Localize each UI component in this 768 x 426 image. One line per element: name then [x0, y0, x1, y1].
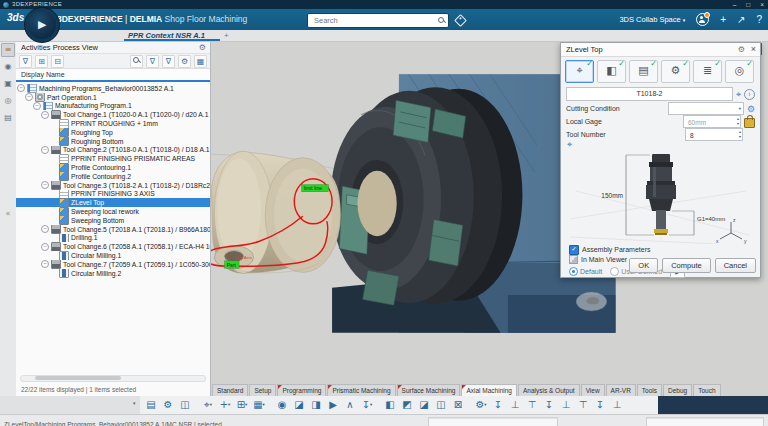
circular-milling-icon[interactable]: ⊥ — [610, 398, 624, 412]
spot-drilling-icon[interactable]: ⊥ — [508, 398, 522, 412]
tapping-icon[interactable]: ↧ — [542, 398, 556, 412]
grid-table-icon[interactable]: ▦▾ — [252, 398, 266, 412]
panel-gear-icon[interactable]: ⚙ — [199, 43, 206, 52]
share-button[interactable]: ↗ — [737, 14, 745, 25]
condition-gear-icon[interactable]: ⚙ — [747, 104, 755, 114]
tree-item[interactable]: Roughing Top — [16, 128, 210, 137]
ribbon-tab[interactable]: Standard — [212, 384, 248, 396]
minimize-button[interactable]: – — [733, 0, 737, 9]
pencil-operation-icon[interactable]: ⊠ — [451, 398, 465, 412]
status-field-1[interactable] — [428, 417, 558, 426]
tree-item[interactable]: − Tool Change.1 (T1020-0 A.1 (T1020-0) /… — [16, 110, 210, 119]
tree-item[interactable]: PPRINT FINISHING PRISMATIC AREAS — [16, 154, 210, 163]
resource-gear-icon[interactable]: ⚙ — [161, 398, 175, 412]
filter-icon[interactable]: ∇ — [19, 55, 32, 68]
rail-model-tab-icon[interactable]: ▣ — [1, 77, 15, 91]
panel-settings-icon[interactable]: ⚙ — [178, 55, 191, 68]
tree-item[interactable]: Circular Milling.1 — [16, 251, 210, 260]
spiral-milling-icon[interactable]: ◪ — [417, 398, 431, 412]
sweeping-icon[interactable]: ◨ — [309, 398, 323, 412]
columns-icon[interactable]: ▦ — [194, 55, 207, 68]
expander-icon[interactable]: − — [25, 93, 33, 101]
3dexperience-compass[interactable]: ▶ — [24, 7, 60, 43]
tree-item[interactable]: − Tool Change.3 (T1018-2 A.1 (T1018-2) /… — [16, 181, 210, 190]
tree-item[interactable]: PPRINT FINISHING 3 AXIS — [16, 190, 210, 199]
tree-item[interactable]: Profile Contouring.2 — [16, 172, 210, 181]
local-gage-stepper[interactable]: ▴▾ — [683, 115, 741, 128]
in-main-viewer-icon[interactable] — [569, 255, 578, 264]
profile-probe-icon[interactable]: ∧ — [343, 398, 357, 412]
tree-item[interactable]: − Tool Change.5 (T2018 A.1 (T2018.1) / B… — [16, 225, 210, 234]
expander-icon[interactable]: − — [41, 111, 49, 119]
maximize-button[interactable]: □ — [746, 0, 750, 9]
tree-item[interactable]: Sweeping Bottom — [16, 216, 210, 225]
cancel-button[interactable]: Cancel — [715, 258, 756, 273]
3ds-logo[interactable]: 3ds — [7, 12, 24, 23]
expander-icon[interactable]: − — [41, 260, 49, 268]
default-radio[interactable]: Default — [569, 267, 602, 276]
rotary-machining-icon[interactable]: ◉ — [275, 398, 289, 412]
ribbon-tab[interactable]: Tools — [637, 384, 662, 396]
ribbon-tab[interactable]: Axial Machining — [461, 384, 517, 396]
roughing-icon[interactable]: ◪ — [292, 398, 306, 412]
isoparametric-icon[interactable]: ◫ — [434, 398, 448, 412]
tag-icon[interactable] — [454, 14, 467, 27]
tool-direction-icon[interactable]: ⌖ — [736, 89, 741, 100]
tree-item[interactable]: − Manufacturing Program.1 — [16, 102, 210, 111]
status-field-2[interactable] — [646, 417, 764, 426]
lock-icon[interactable] — [744, 118, 755, 128]
drop-operation-icon[interactable]: ↧▾ — [360, 398, 374, 412]
part-label[interactable]: Part — [225, 261, 240, 268]
ribbon-tab[interactable]: Surface Machining — [397, 384, 461, 396]
local-gage-input[interactable] — [686, 116, 732, 128]
machining-axes-icon[interactable]: +▾ — [218, 398, 232, 412]
limit-line-label[interactable]: limit line — [302, 185, 329, 192]
expand-all-icon[interactable]: ⊞ — [35, 55, 48, 68]
ribbon-tab[interactable]: Touch — [693, 384, 720, 396]
geometry-tab-icon[interactable]: ◧ ✓ — [597, 60, 626, 83]
search-input[interactable] — [312, 14, 428, 27]
spinner-arrows-icon[interactable]: ▴▾ — [739, 129, 741, 139]
ribbon-tab[interactable]: Programming — [277, 384, 326, 396]
tree-item[interactable]: PPRINT ROUGHING + 1mm — [16, 119, 210, 128]
expander-icon[interactable]: − — [41, 146, 49, 154]
pattern-icon[interactable]: ⊞▾ — [235, 398, 249, 412]
tool-number-input[interactable] — [688, 129, 734, 141]
drilling-icon[interactable]: ↧ — [491, 398, 505, 412]
drill-settings-icon[interactable]: ⚙▾ — [474, 398, 488, 412]
filter-add-icon[interactable]: ∇ — [146, 55, 159, 68]
reframe-icon[interactable]: ⌖ — [567, 140, 760, 149]
tree-item[interactable]: ZLevel Top — [16, 198, 210, 207]
add-tab-button[interactable]: + — [224, 31, 229, 40]
ribbon-tab[interactable]: Analysis & Output — [518, 384, 580, 396]
ribbon-tab[interactable]: Debug — [663, 384, 692, 396]
pointing-cursor-icon[interactable]: ▶ — [326, 398, 340, 412]
collapse-all-icon[interactable]: ⊟ — [51, 55, 64, 68]
process-tree-icon[interactable]: ▤ — [144, 398, 158, 412]
filter-clear-icon[interactable]: ∇ — [162, 55, 175, 68]
expander-icon[interactable]: − — [41, 243, 49, 251]
search-icon[interactable] — [130, 55, 143, 68]
help-button[interactable]: ? — [756, 14, 762, 25]
expander-icon[interactable]: − — [41, 181, 49, 189]
dialog-settings-icon[interactable]: ⚙ — [738, 45, 745, 54]
assembly-parameters-checkbox[interactable]: ✓ — [569, 245, 579, 255]
ribbon-tab[interactable]: Prismatic Machining — [327, 384, 395, 396]
macros-tab-icon[interactable]: ◎ ✓ — [725, 60, 754, 83]
rail-layers-tab-icon[interactable]: ▤ — [1, 111, 15, 125]
zlevel-icon[interactable]: ◧ — [383, 398, 397, 412]
dialog-titlebar[interactable]: ZLevel Top ⚙ × — [561, 43, 760, 57]
search-icon[interactable] — [438, 17, 445, 24]
feeds-speeds-tab-icon[interactable]: ≣ ✓ — [693, 60, 722, 83]
tool-name-field[interactable]: T1018-2 — [566, 87, 733, 101]
expander-icon[interactable]: − — [33, 102, 41, 110]
monitor-icon[interactable]: ◫ — [178, 398, 192, 412]
axis-system-icon[interactable]: ⌖▾ — [201, 398, 215, 412]
tool-number-stepper[interactable]: ▴▾ — [685, 128, 743, 141]
spinner-arrows-icon[interactable]: ▴▾ — [737, 116, 739, 126]
dialog-close-icon[interactable]: × — [751, 44, 756, 54]
tree-item[interactable]: Roughing Bottom — [16, 137, 210, 146]
tree-item[interactable]: Drilling.1 — [16, 234, 210, 243]
collab-space-menu[interactable]: 3DS Collab Space▾ — [619, 15, 685, 24]
rail-history-tab-icon[interactable]: ◎ — [1, 94, 15, 108]
